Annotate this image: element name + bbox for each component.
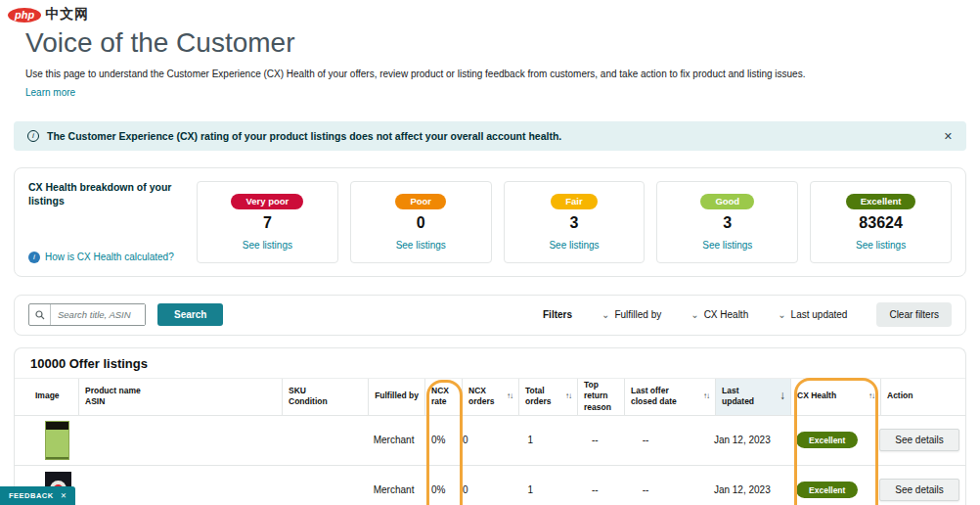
fulfilled-by-cell: Merchant: [364, 435, 420, 445]
ncx-orders-cell: 0: [457, 435, 512, 445]
search-input[interactable]: [51, 304, 145, 325]
table-title: 10000 Offer listings: [15, 348, 965, 378]
info-icon: i: [27, 130, 39, 142]
breakdown-left-panel: CX Health breakdown of your listings i H…: [28, 181, 183, 263]
see-listings-link[interactable]: See listings: [856, 240, 906, 251]
top-return-reason-cell: --: [571, 484, 618, 495]
column-header-last-updated[interactable]: Lastupdated ↓: [715, 379, 790, 415]
info-banner: i The Customer Experience (CX) rating of…: [14, 121, 966, 151]
column-header-ncx-orders[interactable]: NCXorders ↑↓: [462, 379, 518, 415]
page-header: php 中文网 Voice of the Customer Use this p…: [0, 0, 980, 100]
sort-icon[interactable]: ↑↓: [565, 391, 571, 401]
chevron-down-icon: ⌄: [778, 310, 785, 320]
sort-desc-icon[interactable]: ↓: [780, 389, 784, 404]
card-fair[interactable]: Fair 3 See listings: [504, 181, 646, 263]
last-offer-closed-cell: --: [618, 484, 708, 495]
last-updated-dropdown[interactable]: ⌄ Last updated: [778, 309, 847, 320]
column-header-sku: SKUCondition: [282, 379, 368, 415]
card-poor[interactable]: Poor 0 See listings: [350, 181, 492, 263]
cx-health-help-link[interactable]: i How is CX Health calculated?: [28, 252, 183, 263]
last-updated-cell: Jan 12, 2023: [708, 435, 782, 445]
page-description: Use this page to understand the Customer…: [25, 69, 980, 79]
chevron-down-icon: ⌄: [690, 310, 698, 320]
dropdown-label: Last updated: [791, 309, 848, 320]
breakdown-cards: Very poor 7 See listings Poor 0 See list…: [197, 181, 952, 263]
site-logo: php 中文网: [8, 6, 980, 23]
feedback-label: FEEDBACK: [9, 491, 54, 500]
search-group: [28, 303, 146, 326]
cx-health-dropdown[interactable]: ⌄ CX Health: [690, 309, 748, 320]
listing-count: 83624: [817, 214, 945, 232]
status-badge: Good: [700, 194, 754, 209]
cx-health-badge: Excellent: [796, 432, 858, 448]
status-badge: Excellent: [846, 194, 916, 209]
cx-health-breakdown-section: CX Health breakdown of your listings i H…: [14, 167, 966, 277]
info-icon: i: [28, 252, 40, 263]
column-header-product-name[interactable]: Product nameASIN: [78, 379, 282, 415]
see-listings-link[interactable]: See listings: [243, 240, 292, 251]
column-header-action: Action: [880, 379, 965, 415]
card-excellent[interactable]: Excellent 83624 See listings: [810, 181, 952, 263]
ncx-rate-cell: 0%: [420, 435, 457, 445]
see-listings-link[interactable]: See listings: [396, 240, 446, 251]
dropdown-label: CX Health: [704, 309, 749, 320]
listing-count: 7: [203, 214, 332, 232]
cx-health-badge: Excellent: [796, 482, 858, 498]
learn-more-link[interactable]: Learn more: [25, 87, 75, 98]
fulfilled-by-cell: Merchant: [364, 484, 420, 495]
search-icon: [29, 304, 51, 325]
table-row: Merchant 0% 0 1 -- -- Jan 12, 2023 Excel…: [15, 465, 965, 505]
product-thumbnail[interactable]: [45, 421, 69, 460]
see-listings-link[interactable]: See listings: [549, 240, 599, 251]
top-return-reason-cell: --: [571, 435, 618, 445]
filters-area: Filters ⌄ Fulfilled by ⌄ CX Health ⌄ Las…: [543, 302, 952, 327]
last-updated-cell: Jan 12, 2023: [708, 484, 782, 495]
offer-listings-table: 10000 Offer listings Image Product nameA…: [14, 347, 966, 505]
close-icon[interactable]: ✕: [61, 491, 67, 500]
banner-text: The Customer Experience (CX) rating of y…: [47, 130, 561, 142]
sort-icon[interactable]: ↑↓: [869, 391, 874, 401]
sort-icon[interactable]: ↑↓: [507, 391, 512, 401]
breakdown-label: CX Health breakdown of your listings: [28, 181, 183, 207]
search-button[interactable]: Search: [157, 303, 223, 326]
logo-text: 中文网: [45, 6, 89, 23]
see-details-button[interactable]: See details: [879, 479, 959, 501]
card-good[interactable]: Good 3 See listings: [656, 181, 798, 263]
see-listings-link[interactable]: See listings: [702, 240, 752, 251]
page-title: Voice of the Customer: [25, 27, 980, 59]
total-orders-cell: 1: [512, 435, 571, 445]
clear-filters-button[interactable]: Clear filters: [876, 302, 952, 327]
php-logo-icon: php: [8, 8, 41, 23]
column-header-image: Image: [29, 379, 78, 415]
status-badge: Fair: [551, 194, 597, 209]
see-details-button[interactable]: See details: [879, 429, 959, 451]
column-header-fulfilled-by: Fulfilled by: [368, 379, 424, 415]
close-icon[interactable]: ✕: [944, 130, 953, 143]
feedback-button[interactable]: FEEDBACK ✕: [0, 486, 75, 505]
column-header-ncx-rate: NCXrate: [424, 379, 462, 415]
listing-count: 3: [511, 214, 639, 232]
ncx-orders-cell: 0: [457, 484, 512, 495]
last-offer-closed-cell: --: [618, 435, 708, 445]
chevron-down-icon: ⌄: [601, 310, 609, 320]
column-header-total-orders[interactable]: Totalorders ↑↓: [518, 379, 577, 415]
listing-count: 3: [663, 214, 791, 232]
column-header-cx-health[interactable]: CX Health ↑↓: [790, 379, 880, 415]
column-header-last-offer-closed-date[interactable]: Last offerclosed date ↑↓: [624, 379, 715, 415]
fulfilled-by-dropdown[interactable]: ⌄ Fulfilled by: [601, 309, 661, 320]
status-badge: Very poor: [231, 194, 303, 209]
table-row: Merchant 0% 0 1 -- -- Jan 12, 2023 Excel…: [15, 415, 965, 465]
column-header-top-return-reason: Top returnreason: [577, 379, 624, 415]
help-link-label: How is CX Health calculated?: [45, 252, 174, 262]
search-filter-toolbar: Search Filters ⌄ Fulfilled by ⌄ CX Healt…: [14, 295, 966, 336]
ncx-rate-cell: 0%: [420, 484, 457, 495]
sort-icon[interactable]: ↑↓: [703, 391, 709, 401]
table-header-row: Image Product nameASIN SKUCondition Fulf…: [15, 378, 965, 415]
dropdown-label: Fulfilled by: [614, 309, 661, 320]
card-very-poor[interactable]: Very poor 7 See listings: [197, 181, 338, 263]
listing-count: 0: [357, 214, 485, 232]
status-badge: Poor: [395, 194, 446, 209]
total-orders-cell: 1: [512, 484, 571, 495]
filters-label: Filters: [543, 309, 572, 320]
